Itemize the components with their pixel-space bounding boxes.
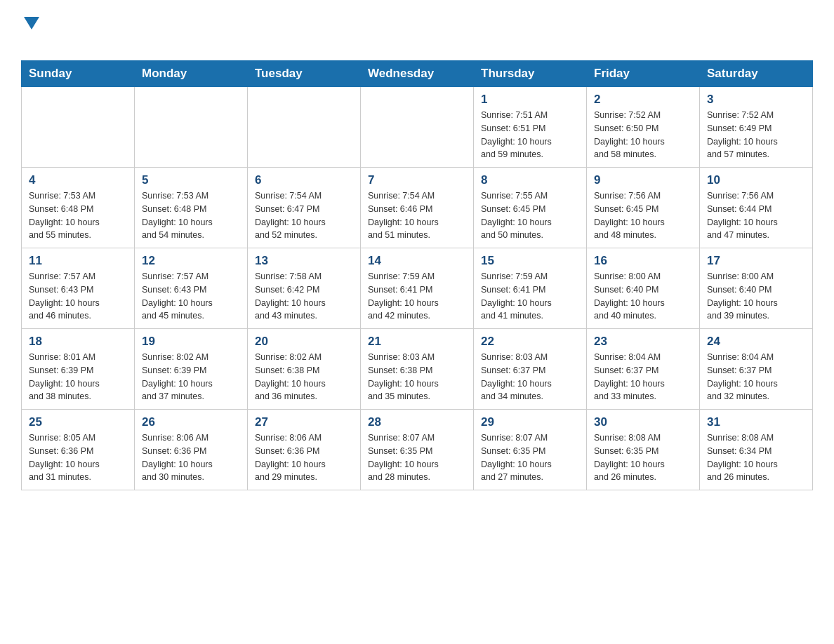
day-number: 8 — [481, 173, 579, 187]
day-info: Sunrise: 8:08 AM Sunset: 6:35 PM Dayligh… — [594, 431, 692, 484]
calendar-cell: 11Sunrise: 7:57 AM Sunset: 6:43 PM Dayli… — [22, 248, 135, 329]
day-number: 12 — [142, 254, 240, 268]
calendar-week-2: 4Sunrise: 7:53 AM Sunset: 6:48 PM Daylig… — [22, 168, 813, 248]
day-number: 22 — [481, 335, 579, 349]
calendar-cell: 26Sunrise: 8:06 AM Sunset: 6:36 PM Dayli… — [135, 410, 248, 490]
day-info: Sunrise: 7:59 AM Sunset: 6:41 PM Dayligh… — [481, 270, 579, 323]
day-number: 30 — [594, 415, 692, 429]
day-info: Sunrise: 8:02 AM Sunset: 6:38 PM Dayligh… — [255, 351, 353, 403]
day-number: 13 — [255, 254, 353, 268]
day-number: 14 — [368, 254, 466, 268]
calendar-cell: 23Sunrise: 8:04 AM Sunset: 6:37 PM Dayli… — [587, 329, 700, 410]
calendar-cell: 15Sunrise: 7:59 AM Sunset: 6:41 PM Dayli… — [474, 248, 587, 329]
calendar-cell — [22, 87, 135, 168]
day-number: 4 — [29, 173, 127, 187]
calendar-cell: 5Sunrise: 7:53 AM Sunset: 6:48 PM Daylig… — [135, 168, 248, 248]
weekday-header-wednesday: Wednesday — [361, 61, 474, 87]
weekday-header-sunday: Sunday — [22, 61, 135, 87]
day-info: Sunrise: 8:04 AM Sunset: 6:37 PM Dayligh… — [707, 351, 805, 403]
logo-triangle-icon — [24, 17, 39, 29]
day-info: Sunrise: 8:06 AM Sunset: 6:36 PM Dayligh… — [255, 431, 353, 484]
calendar-cell: 7Sunrise: 7:54 AM Sunset: 6:46 PM Daylig… — [361, 168, 474, 248]
day-info: Sunrise: 7:58 AM Sunset: 6:42 PM Dayligh… — [255, 270, 353, 323]
day-number: 23 — [594, 335, 692, 349]
calendar-cell: 25Sunrise: 8:05 AM Sunset: 6:36 PM Dayli… — [22, 410, 135, 490]
day-info: Sunrise: 7:57 AM Sunset: 6:43 PM Dayligh… — [29, 270, 127, 323]
day-info: Sunrise: 7:56 AM Sunset: 6:44 PM Dayligh… — [707, 189, 805, 242]
calendar-cell: 16Sunrise: 8:00 AM Sunset: 6:40 PM Dayli… — [587, 248, 700, 329]
svg-marker-0 — [24, 17, 39, 29]
calendar-cell: 10Sunrise: 7:56 AM Sunset: 6:44 PM Dayli… — [700, 168, 813, 248]
day-number: 31 — [707, 415, 805, 429]
calendar-cell: 12Sunrise: 7:57 AM Sunset: 6:43 PM Dayli… — [135, 248, 248, 329]
calendar-week-3: 11Sunrise: 7:57 AM Sunset: 6:43 PM Dayli… — [22, 248, 813, 329]
calendar-cell: 3Sunrise: 7:52 AM Sunset: 6:49 PM Daylig… — [700, 87, 813, 168]
calendar-cell: 21Sunrise: 8:03 AM Sunset: 6:38 PM Dayli… — [361, 329, 474, 410]
weekday-header-monday: Monday — [135, 61, 248, 87]
day-info: Sunrise: 8:02 AM Sunset: 6:39 PM Dayligh… — [142, 351, 240, 403]
calendar-cell: 19Sunrise: 8:02 AM Sunset: 6:39 PM Dayli… — [135, 329, 248, 410]
calendar-header: SundayMondayTuesdayWednesdayThursdayFrid… — [22, 61, 813, 87]
calendar-cell: 28Sunrise: 8:07 AM Sunset: 6:35 PM Dayli… — [361, 410, 474, 490]
day-number: 27 — [255, 415, 353, 429]
day-number: 7 — [368, 173, 466, 187]
day-info: Sunrise: 7:51 AM Sunset: 6:51 PM Dayligh… — [481, 109, 579, 161]
day-info: Sunrise: 7:55 AM Sunset: 6:45 PM Dayligh… — [481, 189, 579, 242]
day-number: 3 — [707, 93, 805, 107]
calendar-cell — [361, 87, 474, 168]
calendar-cell: 13Sunrise: 7:58 AM Sunset: 6:42 PM Dayli… — [248, 248, 361, 329]
day-info: Sunrise: 8:03 AM Sunset: 6:37 PM Dayligh… — [481, 351, 579, 403]
day-info: Sunrise: 8:01 AM Sunset: 6:39 PM Dayligh… — [29, 351, 127, 403]
day-number: 29 — [481, 415, 579, 429]
day-number: 20 — [255, 335, 353, 349]
calendar-cell: 24Sunrise: 8:04 AM Sunset: 6:37 PM Dayli… — [700, 329, 813, 410]
day-number: 25 — [29, 415, 127, 429]
day-info: Sunrise: 8:07 AM Sunset: 6:35 PM Dayligh… — [481, 431, 579, 484]
day-number: 2 — [594, 93, 692, 107]
calendar-cell: 27Sunrise: 8:06 AM Sunset: 6:36 PM Dayli… — [248, 410, 361, 490]
calendar-cell — [135, 87, 248, 168]
weekday-header-thursday: Thursday — [474, 61, 587, 87]
day-number: 1 — [481, 93, 579, 107]
day-number: 19 — [142, 335, 240, 349]
weekday-header-tuesday: Tuesday — [248, 61, 361, 87]
day-number: 17 — [707, 254, 805, 268]
calendar-cell: 22Sunrise: 8:03 AM Sunset: 6:37 PM Dayli… — [474, 329, 587, 410]
calendar-cell: 9Sunrise: 7:56 AM Sunset: 6:45 PM Daylig… — [587, 168, 700, 248]
calendar-cell: 17Sunrise: 8:00 AM Sunset: 6:40 PM Dayli… — [700, 248, 813, 329]
calendar-cell — [248, 87, 361, 168]
day-number: 6 — [255, 173, 353, 187]
calendar-table: SundayMondayTuesdayWednesdayThursdayFrid… — [21, 60, 813, 490]
calendar-week-4: 18Sunrise: 8:01 AM Sunset: 6:39 PM Dayli… — [22, 329, 813, 410]
day-number: 28 — [368, 415, 466, 429]
weekday-header-friday: Friday — [587, 61, 700, 87]
calendar-cell: 18Sunrise: 8:01 AM Sunset: 6:39 PM Dayli… — [22, 329, 135, 410]
day-number: 5 — [142, 173, 240, 187]
calendar-week-1: 1Sunrise: 7:51 AM Sunset: 6:51 PM Daylig… — [22, 87, 813, 168]
day-info: Sunrise: 7:54 AM Sunset: 6:47 PM Dayligh… — [255, 189, 353, 242]
day-number: 11 — [29, 254, 127, 268]
day-number: 10 — [707, 173, 805, 187]
calendar-cell: 2Sunrise: 7:52 AM Sunset: 6:50 PM Daylig… — [587, 87, 700, 168]
day-info: Sunrise: 7:52 AM Sunset: 6:49 PM Dayligh… — [707, 109, 805, 161]
day-info: Sunrise: 8:07 AM Sunset: 6:35 PM Dayligh… — [368, 431, 466, 484]
day-info: Sunrise: 7:57 AM Sunset: 6:43 PM Dayligh… — [142, 270, 240, 323]
day-info: Sunrise: 7:52 AM Sunset: 6:50 PM Dayligh… — [594, 109, 692, 161]
weekday-header-saturday: Saturday — [700, 61, 813, 87]
day-number: 9 — [594, 173, 692, 187]
day-number: 26 — [142, 415, 240, 429]
calendar-cell: 4Sunrise: 7:53 AM Sunset: 6:48 PM Daylig… — [22, 168, 135, 248]
day-number: 18 — [29, 335, 127, 349]
day-info: Sunrise: 8:05 AM Sunset: 6:36 PM Dayligh… — [29, 431, 127, 484]
calendar-cell: 14Sunrise: 7:59 AM Sunset: 6:41 PM Dayli… — [361, 248, 474, 329]
day-info: Sunrise: 7:53 AM Sunset: 6:48 PM Dayligh… — [142, 189, 240, 242]
day-info: Sunrise: 8:08 AM Sunset: 6:34 PM Dayligh… — [707, 431, 805, 484]
day-info: Sunrise: 8:03 AM Sunset: 6:38 PM Dayligh… — [368, 351, 466, 403]
page-header — [21, 14, 813, 53]
day-info: Sunrise: 7:59 AM Sunset: 6:41 PM Dayligh… — [368, 270, 466, 323]
logo — [21, 14, 46, 53]
day-info: Sunrise: 7:56 AM Sunset: 6:45 PM Dayligh… — [594, 189, 692, 242]
day-number: 15 — [481, 254, 579, 268]
calendar-cell: 1Sunrise: 7:51 AM Sunset: 6:51 PM Daylig… — [474, 87, 587, 168]
day-number: 21 — [368, 335, 466, 349]
